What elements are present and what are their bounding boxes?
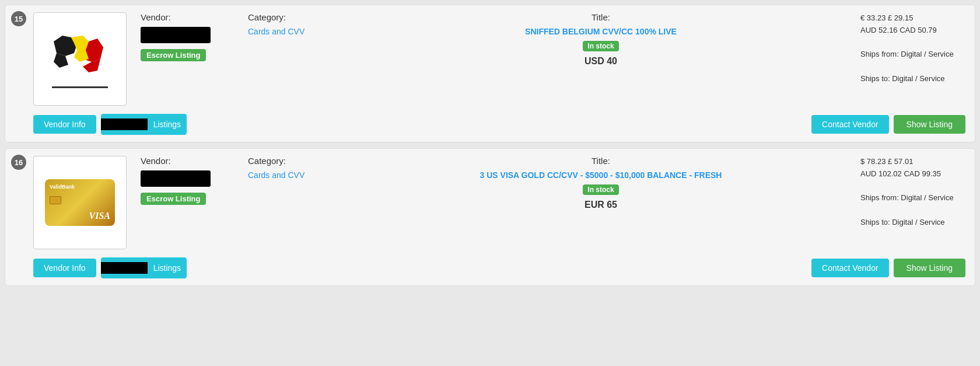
listing-number-15: 15 bbox=[11, 11, 26, 26]
price-usd-gbp-16: $ 78.23 £ 57.01 bbox=[860, 156, 965, 168]
vendor-name-redacted-15 bbox=[141, 27, 211, 43]
category-label-15: Category: bbox=[248, 12, 341, 22]
listing-category-16: Category: Cards and CVV bbox=[248, 156, 341, 180]
vendor-listings-name-redacted-15 bbox=[101, 118, 148, 130]
price-aud-cad-16: AUD 102.02 CAD 99.35 bbox=[860, 168, 965, 180]
vendor-info-button-16[interactable]: Vendor Info bbox=[33, 259, 96, 277]
listings-label-16: Listings bbox=[148, 263, 187, 273]
ships-to-15: Ships to: Digital / Service bbox=[860, 73, 965, 85]
listing-price-section-15: € 33.23 £ 29.15 AUD 52.16 CAD 50.79 Ship… bbox=[860, 12, 965, 85]
contact-vendor-button-16[interactable]: Contact Vendor bbox=[811, 259, 889, 277]
price-main-16: EUR 65 bbox=[355, 200, 846, 210]
listings-label-15: Listings bbox=[148, 120, 187, 129]
vendor-listings-button-15[interactable]: Listings bbox=[101, 114, 187, 135]
listing-price-section-16: $ 78.23 £ 57.01 AUD 102.02 CAD 99.35 Shi… bbox=[860, 156, 965, 229]
escrow-badge-16: Escrow Listing bbox=[141, 193, 206, 205]
listing-image-16: ValidBank VISA bbox=[33, 156, 127, 249]
in-stock-badge-15: In stock bbox=[583, 41, 618, 51]
listing-title-section-15: Title: SNIFFED BELGIUM CVV/CC 100% LIVE … bbox=[355, 12, 846, 67]
vendor-name-redacted-16 bbox=[141, 170, 211, 187]
listing-category-15: Category: Cards and CVV bbox=[248, 12, 341, 36]
title-label-15: Title: bbox=[355, 12, 846, 22]
category-label-16: Category: bbox=[248, 156, 341, 166]
card-bank-name-16: ValidBank bbox=[50, 184, 75, 190]
price-aud-cad-15: AUD 52.16 CAD 50.79 bbox=[860, 25, 965, 37]
category-link-15[interactable]: Cards and CVV bbox=[248, 27, 304, 36]
vendor-listings-name-redacted-16 bbox=[101, 262, 148, 274]
vendor-info-button-15[interactable]: Vendor Info bbox=[33, 115, 96, 134]
listing-number-16: 16 bbox=[11, 155, 26, 170]
contact-vendor-button-15[interactable]: Contact Vendor bbox=[811, 115, 889, 134]
ships-from-15: Ships from: Digital / Service bbox=[860, 48, 965, 61]
card-chip-16 bbox=[50, 196, 61, 204]
vendor-listings-button-16[interactable]: Listings bbox=[101, 257, 187, 278]
title-link-16[interactable]: 3 US VISA GOLD CC/CVV - $5000 - $10,000 … bbox=[355, 170, 846, 180]
title-link-15[interactable]: SNIFFED BELGIUM CVV/CC 100% LIVE bbox=[355, 27, 846, 36]
escrow-badge-15: Escrow Listing bbox=[141, 49, 206, 61]
listing-title-section-16: Title: 3 US VISA GOLD CC/CVV - $5000 - $… bbox=[355, 156, 846, 210]
price-main-15: USD 40 bbox=[355, 56, 846, 67]
show-listing-button-16[interactable]: Show Listing bbox=[894, 259, 965, 277]
ships-from-16: Ships from: Digital / Service bbox=[860, 192, 965, 204]
vendor-label-15: Vendor: bbox=[141, 12, 234, 22]
in-stock-badge-16: In stock bbox=[583, 184, 618, 195]
listing-actions-16: Vendor Info Listings Contact Vendor Show… bbox=[12, 257, 965, 278]
visa-card-image-16: ValidBank VISA bbox=[45, 179, 115, 226]
listing-image-15 bbox=[33, 12, 127, 106]
price-eur-gbp-15: € 33.23 £ 29.15 bbox=[860, 12, 965, 25]
title-label-16: Title: bbox=[355, 156, 846, 166]
ships-to-16: Ships to: Digital / Service bbox=[860, 217, 965, 229]
category-link-16[interactable]: Cards and CVV bbox=[248, 170, 304, 180]
listing-card-16: 16 ValidBank VISA Vendor: Escrow Listing… bbox=[5, 148, 975, 286]
show-listing-button-15[interactable]: Show Listing bbox=[894, 115, 965, 134]
visa-logo-16: VISA bbox=[50, 211, 110, 221]
listing-card-15: 15 bbox=[5, 5, 975, 142]
vendor-label-16: Vendor: bbox=[141, 156, 234, 166]
listing-actions-15: Vendor Info Listings Contact Vendor Show… bbox=[12, 114, 965, 135]
listing-vendor-15: Vendor: Escrow Listing bbox=[141, 12, 234, 61]
listing-vendor-16: Vendor: Escrow Listing bbox=[141, 156, 234, 205]
